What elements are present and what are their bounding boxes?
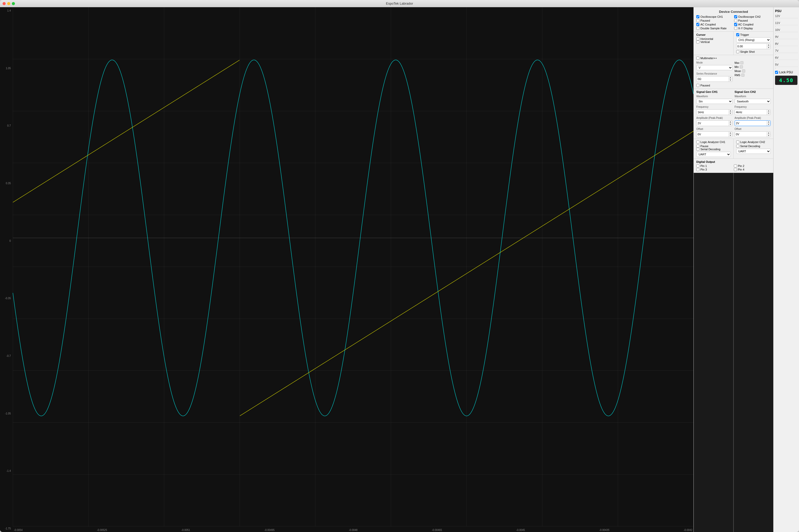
- pin3-row[interactable]: Pin 3: [696, 168, 733, 171]
- siggen-ch1-freq-spinner[interactable]: ▲ ▼: [696, 109, 732, 115]
- trigger-value-up[interactable]: ▲: [767, 44, 770, 46]
- logic-ch2-protocol-wrapper[interactable]: UART SPI I2C: [736, 149, 771, 154]
- siggen-ch1-offset-input[interactable]: [696, 132, 728, 136]
- trigger-single-shot-row[interactable]: Single Shot: [736, 50, 771, 53]
- ch2-xy-checkbox[interactable]: [734, 27, 737, 30]
- siggen-ch1-waveform-wrapper[interactable]: Sin Sawtooth Square Triangle: [696, 99, 732, 104]
- siggen-ch1-amp-input[interactable]: [696, 121, 728, 125]
- logic-ch1-serial-checkbox[interactable]: [696, 148, 700, 151]
- siggen-ch2-amp-down[interactable]: ▼: [767, 123, 770, 126]
- siggen-ch1-freq-input[interactable]: [696, 110, 728, 114]
- pin2-row[interactable]: Pin 2: [734, 165, 771, 168]
- logic-ch1-enabled-checkbox[interactable]: [696, 140, 700, 144]
- maximize-button[interactable]: [12, 2, 15, 5]
- pin4-row[interactable]: Pin 4: [734, 168, 771, 171]
- series-resistance-up[interactable]: ▲: [729, 76, 732, 79]
- ch1-enabled-checkbox[interactable]: [696, 15, 700, 18]
- siggen-ch1-offset-up[interactable]: ▲: [729, 132, 732, 134]
- siggen-ch2-waveform-wrapper[interactable]: Sin Sawtooth Square Triangle: [735, 99, 771, 104]
- siggen-ch1-offset-spinner[interactable]: ▲ ▼: [696, 131, 732, 137]
- mm-paused-row[interactable]: Paused: [696, 84, 732, 87]
- scope-area[interactable]: 1.4 1.05 0.7 0.35 0 -0.35 -0.7 -1.05 -1.…: [0, 7, 693, 532]
- psu-11v[interactable]: 11V: [775, 21, 798, 25]
- siggen-ch2-offset-input[interactable]: [735, 132, 767, 136]
- series-resistance-down[interactable]: ▼: [729, 79, 732, 81]
- siggen-ch2-freq-input[interactable]: [735, 110, 767, 114]
- trigger-enabled-checkbox[interactable]: [736, 33, 739, 36]
- trigger-value-input[interactable]: [737, 44, 767, 49]
- ch2-paused-checkbox[interactable]: [734, 19, 737, 22]
- logic-ch1-enabled-row[interactable]: Logic Analyzer CH1: [696, 140, 731, 144]
- pin3-checkbox[interactable]: [696, 168, 700, 171]
- ch2-ac-row[interactable]: AC Coupled: [734, 23, 771, 26]
- psu-10v[interactable]: 10V: [775, 28, 798, 32]
- logic-ch1-pause-checkbox[interactable]: [696, 145, 700, 148]
- cursor-horizontal-checkbox[interactable]: [696, 37, 700, 40]
- ch1-ac-checkbox[interactable]: [696, 23, 700, 26]
- ch2-ac-checkbox[interactable]: [734, 23, 737, 26]
- siggen-ch1-amp-spinner[interactable]: ▲ ▼: [696, 120, 732, 126]
- siggen-ch1-waveform-select[interactable]: Sin Sawtooth Square Triangle: [696, 99, 732, 104]
- siggen-ch2-freq-down[interactable]: ▼: [767, 112, 770, 115]
- psu-5v[interactable]: 5V: [775, 62, 798, 67]
- rms-icon[interactable]: [741, 74, 744, 77]
- max-icon[interactable]: [740, 61, 743, 64]
- pin4-checkbox[interactable]: [734, 168, 737, 171]
- logic-ch1-protocol-wrapper[interactable]: UART SPI I2C: [696, 152, 731, 157]
- logic-ch2-enabled-checkbox[interactable]: [736, 140, 739, 144]
- trigger-mode-select-wrapper[interactable]: CH1 (Rising) CH1 (Falling) CH2 (Rising) …: [736, 37, 771, 42]
- siggen-ch1-freq-down[interactable]: ▼: [729, 112, 732, 115]
- trigger-enabled-row[interactable]: Trigger: [736, 33, 771, 36]
- logic-ch1-protocol-select[interactable]: UART SPI I2C: [696, 152, 730, 157]
- logic-ch2-enabled-row[interactable]: Logic Analyzer CH2: [736, 140, 771, 144]
- psu-12v[interactable]: 12V: [775, 14, 798, 18]
- cursor-horizontal-row[interactable]: Horizontal: [696, 37, 731, 40]
- siggen-ch1-freq-up[interactable]: ▲: [729, 110, 732, 112]
- siggen-ch2-freq-spinner[interactable]: ▲ ▼: [735, 109, 771, 115]
- ch1-double-checkbox[interactable]: [696, 27, 700, 30]
- logic-ch1-serial-row[interactable]: Serial Decoding: [696, 148, 731, 151]
- siggen-ch2-offset-spinner[interactable]: ▲ ▼: [735, 131, 771, 137]
- psu-8v[interactable]: 8V: [775, 42, 798, 46]
- siggen-ch1-offset-down[interactable]: ▼: [729, 134, 732, 137]
- pin1-checkbox[interactable]: [696, 165, 700, 168]
- series-resistance-input[interactable]: [696, 77, 728, 81]
- trigger-mode-select[interactable]: CH1 (Rising) CH1 (Falling) CH2 (Rising) …: [737, 38, 771, 42]
- siggen-ch2-amp-spinner[interactable]: ▲ ▼: [735, 120, 771, 126]
- ch1-paused-checkbox[interactable]: [696, 19, 700, 22]
- multimeter-enabled-row[interactable]: Multimeter++: [696, 57, 771, 60]
- siggen-ch2-waveform-select[interactable]: Sin Sawtooth Square Triangle: [735, 99, 771, 104]
- pin1-row[interactable]: Pin 1: [696, 165, 733, 168]
- logic-ch2-serial-row[interactable]: Serial Decoding: [736, 145, 771, 148]
- lock-psu-checkbox[interactable]: [775, 71, 778, 74]
- siggen-ch2-offset-down[interactable]: ▼: [767, 134, 770, 137]
- ch1-double-row[interactable]: Double Sample Rate: [696, 27, 733, 30]
- mean-icon[interactable]: [742, 70, 745, 73]
- trigger-single-shot-checkbox[interactable]: [736, 50, 739, 53]
- series-resistance-spinner[interactable]: ▲ ▼: [696, 76, 732, 82]
- cursor-vertical-row[interactable]: Vertical: [696, 40, 731, 43]
- min-icon[interactable]: [740, 65, 743, 69]
- multimeter-enabled-checkbox[interactable]: [696, 57, 700, 60]
- trigger-value-down[interactable]: ▼: [767, 46, 770, 49]
- logic-ch2-protocol-select[interactable]: UART SPI I2C: [737, 149, 771, 154]
- ch2-paused-row[interactable]: Paused: [734, 19, 771, 22]
- minimize-button[interactable]: [7, 2, 10, 5]
- ch1-enabled-row[interactable]: Oscilloscope CH1: [696, 15, 733, 18]
- ch1-ac-row[interactable]: AC Coupled: [696, 23, 733, 26]
- pin2-checkbox[interactable]: [734, 165, 737, 168]
- mm-paused-checkbox[interactable]: [696, 84, 700, 87]
- siggen-ch1-amp-up[interactable]: ▲: [729, 121, 732, 123]
- logic-ch1-pause-row[interactable]: Pause: [696, 145, 731, 148]
- psu-7v[interactable]: 7V: [775, 49, 798, 53]
- mode-select[interactable]: V A Ω: [696, 65, 732, 70]
- ch1-paused-row[interactable]: Paused: [696, 19, 733, 22]
- ch2-enabled-checkbox[interactable]: [734, 15, 737, 18]
- siggen-ch2-amp-input[interactable]: [735, 121, 767, 125]
- ch2-enabled-row[interactable]: Oscilloscope CH2: [734, 15, 771, 18]
- close-button[interactable]: [3, 2, 6, 5]
- siggen-ch2-amp-up[interactable]: ▲: [767, 121, 770, 123]
- siggen-ch1-amp-down[interactable]: ▼: [729, 123, 732, 126]
- psu-6v[interactable]: 6V: [775, 56, 798, 60]
- siggen-ch2-freq-up[interactable]: ▲: [767, 110, 770, 112]
